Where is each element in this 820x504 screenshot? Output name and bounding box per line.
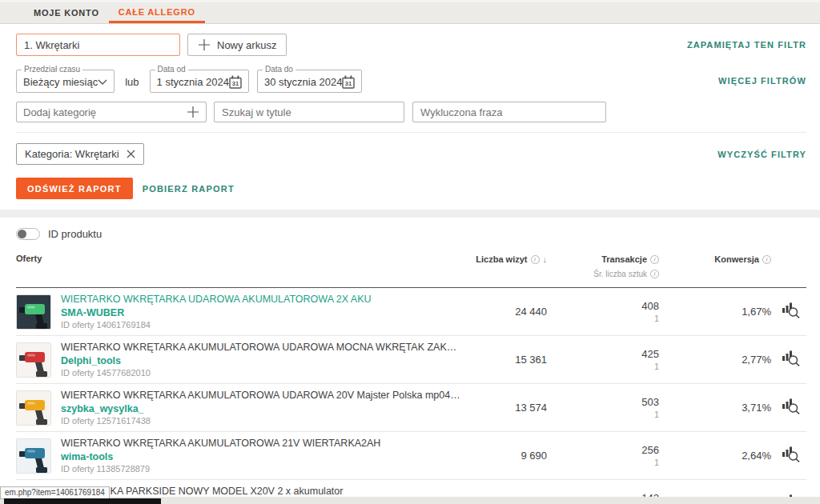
table-header: Oferty Liczba wizyti↓ Transakcjei Śr. li…	[16, 251, 806, 288]
offer-stats-chart-icon[interactable]	[782, 446, 801, 466]
table-row: WIERTARKO WKRĘTARKA UDAROWA AKUMULATOROW…	[16, 288, 806, 336]
tab-cale-allegro[interactable]: CAŁE ALLEGRO	[109, 2, 205, 23]
divider	[16, 132, 806, 133]
offers-table: WIERTARKO WKRĘTARKA UDAROWA AKUMULATOROW…	[16, 288, 806, 497]
table-row: WIERTARKO WKRĘTARKA AKUMULATOROWA 21V WI…	[16, 432, 806, 480]
new-sheet-label: Nowy arkusz	[217, 39, 276, 51]
offer-title-link[interactable]: WIERTARKO WKRĘTARKA UDAROWA AKUMULATOROW…	[61, 294, 460, 305]
category-chip-label: Kategoria: Wkrętarki	[25, 148, 119, 160]
table-row: WIERTARKO WKRĘTARKA AKUMULATOROWA UDAROW…	[16, 336, 806, 384]
plus-icon[interactable]	[187, 106, 199, 118]
date-to-field[interactable]: Data do 30 stycznia 2024 31	[257, 68, 363, 93]
info-icon[interactable]: i	[531, 255, 540, 264]
date-to-label: Data do	[263, 68, 295, 71]
conversion-value: 2,64%	[659, 450, 771, 462]
date-to-value: 30 stycznia 2024	[264, 76, 343, 88]
status-bar-url: em.php?item=14061769184	[0, 486, 110, 499]
time-range-select[interactable]: Przedział czasu Bieżący miesiąc	[16, 68, 115, 93]
offer-id: ID oferty 11385728879	[61, 464, 460, 474]
plus-icon	[198, 38, 211, 51]
toggle-knob	[18, 230, 26, 238]
id-produktu-label: ID produktu	[48, 228, 102, 240]
offer-id: ID oferty 14577682010	[61, 368, 460, 378]
column-conversion[interactable]: Konwersjai	[714, 254, 771, 264]
avg-items-value: 1	[547, 410, 659, 419]
clear-filters-link[interactable]: WYCZYŚĆ FILTRY	[718, 150, 806, 159]
download-report-button[interactable]: POBIERZ RAPORT	[143, 184, 235, 194]
date-from-field[interactable]: Data od 1 stycznia 2024 31	[150, 68, 249, 93]
time-range-label: Przedział czasu	[22, 68, 82, 71]
results-panel: ID produktu Oferty Liczba wizyti↓ Transa…	[0, 218, 820, 497]
drill-image-icon	[17, 439, 51, 474]
sheet-name-input[interactable]	[16, 34, 180, 56]
product-thumbnail[interactable]	[16, 390, 51, 426]
calendar-icon[interactable]: 31	[342, 75, 355, 89]
avg-items-value: 1	[547, 458, 659, 467]
offer-title-link[interactable]: WIERTARKO WKRĘTARKA AKUMULATOROWA 21V WI…	[61, 438, 460, 449]
offer-title-link[interactable]: WKRĘTARKA PARKSIDE NOWY MODEL X20V 2 x a…	[61, 486, 460, 497]
id-produktu-toggle[interactable]	[16, 228, 40, 240]
offer-id: ID oferty 14061769184	[61, 320, 460, 330]
table-row: WIERTARKO WKRĘTARKA AKUMULATOROWA UDAROW…	[16, 384, 806, 432]
seller-link[interactable]: SMA-WUBER	[61, 307, 460, 318]
date-from-value: 1 stycznia 2024	[157, 76, 229, 88]
conversion-value: 3,71%	[659, 402, 771, 414]
seller-link[interactable]: wima-tools	[61, 451, 460, 462]
visits-value: 24 440	[460, 306, 547, 318]
filter-panel: Nowy arkusz ZAPAMIĘTAJ TEN FILTR Przedzi…	[0, 24, 820, 210]
drill-image-icon	[17, 391, 51, 426]
excluded-phrase-input[interactable]	[412, 102, 606, 122]
add-category-input[interactable]	[23, 106, 187, 118]
conversion-value: 1,67%	[659, 306, 771, 318]
transactions-value: 408	[547, 300, 659, 312]
info-icon[interactable]: i	[650, 270, 659, 278]
transactions-value: 503	[547, 396, 659, 408]
drill-image-icon	[17, 343, 51, 378]
visits-value: 15 361	[460, 354, 547, 366]
visits-value: 9 690	[460, 450, 547, 462]
offer-title-link[interactable]: WIERTARKO WKRĘTARKA AKUMULATOROWA UDAROW…	[61, 390, 460, 401]
conversion-value: 2,77%	[659, 354, 771, 366]
black-bar	[4, 498, 161, 504]
category-filter-chip[interactable]: Kategoria: Wkrętarki	[16, 143, 144, 165]
product-thumbnail[interactable]	[16, 294, 51, 330]
info-icon[interactable]: i	[762, 255, 771, 264]
offer-stats-chart-icon[interactable]	[782, 398, 801, 418]
product-thumbnail[interactable]	[16, 342, 51, 378]
add-category-field[interactable]	[16, 102, 207, 122]
column-avg-items: Śr. liczba sztuki	[593, 270, 659, 278]
column-visits[interactable]: Liczba wizyti↓	[476, 254, 547, 264]
or-label: lub	[125, 73, 139, 88]
offer-id: ID oferty 12571617438	[61, 416, 460, 426]
offer-stats-chart-icon[interactable]	[782, 302, 801, 322]
svg-text:31: 31	[345, 80, 352, 87]
svg-text:31: 31	[232, 80, 239, 87]
seller-link[interactable]: szybka_wysylka_	[61, 403, 460, 414]
product-thumbnail[interactable]	[16, 438, 51, 474]
save-filter-link[interactable]: ZAPAMIĘTAJ TEN FILTR	[687, 40, 806, 50]
table-row: WKRĘTARKA PARKSIDE NOWY MODEL X20V 2 x a…	[16, 480, 806, 497]
refresh-report-button[interactable]: ODŚWIEŻ RAPORT	[16, 178, 133, 199]
offer-stats-chart-icon[interactable]	[782, 350, 801, 370]
search-title-input[interactable]	[214, 102, 404, 122]
info-icon[interactable]: i	[650, 255, 659, 264]
column-transactions[interactable]: Transakcjei	[601, 254, 659, 264]
transactions-value: 256	[547, 444, 659, 456]
visits-value: 13 574	[460, 402, 547, 414]
seller-link[interactable]: Delphi_tools	[61, 355, 460, 366]
date-from-label: Data od	[155, 68, 188, 71]
close-icon[interactable]	[127, 150, 135, 158]
calendar-icon[interactable]: 31	[229, 75, 242, 89]
offer-title-link[interactable]: WIERTARKO WKRĘTARKA AKUMULATOROWA UDAROW…	[61, 342, 460, 353]
section-gap	[0, 210, 820, 218]
more-filters-link[interactable]: WIĘCEJ FILTRÓW	[718, 76, 806, 86]
transactions-value: 425	[547, 348, 659, 360]
avg-items-value: 1	[547, 362, 659, 371]
tab-moje-konto[interactable]: MOJE KONTO	[24, 2, 109, 23]
new-sheet-button[interactable]: Nowy arkusz	[187, 34, 287, 56]
chevron-down-icon	[98, 79, 107, 85]
drill-image-icon	[17, 295, 51, 330]
time-range-value: Bieżący miesiąc	[23, 76, 98, 88]
avg-items-value: 1	[547, 314, 659, 323]
tab-bar: MOJE KONTO CAŁE ALLEGRO	[0, 2, 820, 24]
